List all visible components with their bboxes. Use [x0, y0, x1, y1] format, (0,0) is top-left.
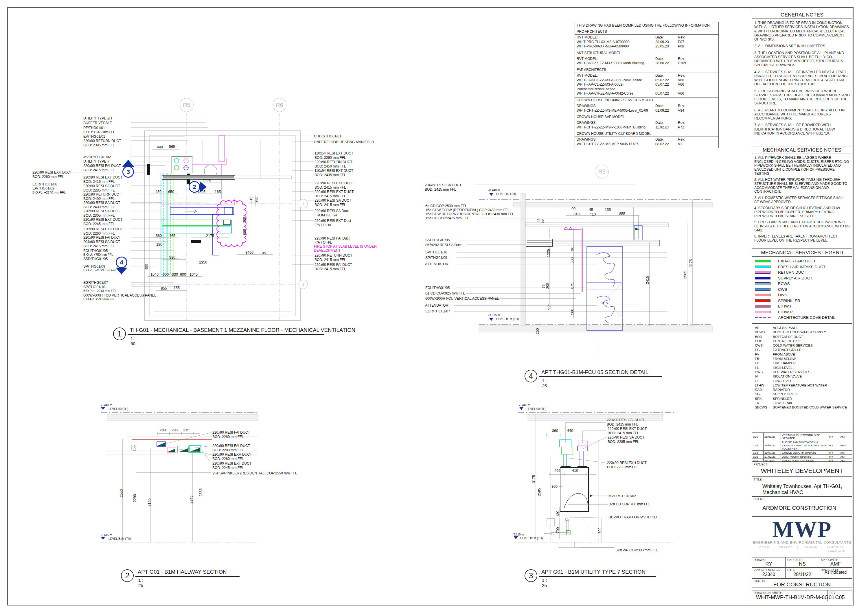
annotation-label: HEPVO TRAP FOR MVHR CD [608, 515, 657, 519]
annotation-label: 220x90 RESI EXH DUCT [83, 228, 123, 231]
level-marker-triangle [489, 193, 494, 196]
view-scale: 1 : 25 [138, 578, 143, 588]
dimension-text: 915 [602, 301, 608, 305]
dimension-text: 1350 [199, 260, 207, 264]
dimension-text: 130 [556, 511, 560, 517]
dimension-text: 605 [243, 229, 246, 235]
annotation-label: BOD: 2415 mm FFL [607, 423, 638, 426]
annotation-label: B.O.AP: +593 mm FFL [83, 298, 115, 301]
annotation-label: 220x90 RESI FAI DUCT [83, 236, 121, 240]
annotation-label: ATTENUATOR [425, 304, 448, 308]
level-text: LEVEL B1M (TH) [108, 537, 131, 541]
dimension-text: 315 [249, 197, 253, 203]
dimension-text: 3460 [245, 251, 253, 254]
annotation-label: 32ø CD COP:700 mm FFL [609, 503, 650, 506]
level-text: -3.615 m [488, 314, 500, 317]
annotation-label: 220x90 RESI SA DUCT [608, 436, 644, 440]
annotation-layer: 1TH-G01 - MECHANICAL - BASEMENT 1 MEZZAN… [0, 0, 868, 613]
level-text: LEVEL 00 (TH) [527, 408, 546, 411]
dimension-text: 2550 [119, 489, 123, 497]
annotation-label: SP/THG01/10 [425, 251, 447, 254]
dimension-text: 45 [589, 208, 593, 212]
annotation-label: 220x90 RESI EXH DUCT [607, 461, 647, 465]
annotation-label: B.O.U: +2372 mm FFL [83, 130, 115, 134]
annotation-label: EGR/THG01/07 [425, 310, 450, 313]
annotation-label: 220x90 RESI EXH DUCT [33, 171, 72, 175]
level-marker-triangle [519, 407, 524, 410]
annotation-label: B.O.PL: +2140 mm FFL [33, 191, 65, 194]
dimension-text: 165 [215, 190, 221, 193]
annotation-label: UTILITY TYPE 2H [83, 116, 112, 120]
annotation-label: FCU/THG01/05 [425, 286, 450, 290]
annotation-label: 220x90 RESI SA Duct [315, 209, 349, 213]
view-title-rule [128, 334, 324, 335]
dimension-text: 1040 [150, 272, 158, 276]
annotation-label: MVHR/THG01/02 [608, 494, 636, 498]
dimension-text: 560 [156, 234, 162, 237]
annotation-label: BOD: 2415 mm FFL [425, 188, 456, 192]
dimension-text: 2245 [189, 495, 193, 504]
annotation-label: BOD: 2415 mm FFL [315, 267, 346, 271]
level-text: LEVEL 00 (TH) [496, 193, 516, 196]
view-number-bubble: 1 [113, 327, 126, 340]
annotation-label: BOD: 2280 mm FFL [212, 448, 243, 452]
annotation-label: BOD: 2415 mm FFL [83, 245, 115, 248]
dimension-text: 360 [552, 485, 558, 488]
annotation-label: PF/THG01/01 [83, 126, 105, 130]
dimension-text: 2415 [645, 276, 649, 284]
annotation-label: BOD: 2400 mm FFL [83, 197, 115, 201]
annotation-label: SP/THG01/10 [83, 285, 105, 289]
annotation-label: SP/THG01/09 [83, 265, 105, 268]
dimension-text: 440 [567, 429, 573, 432]
level-text: LEVEL B1M (TH) [520, 537, 543, 540]
annotation-label: 600WX900H FCU VERTICAL ACCESS PANEL [425, 297, 499, 300]
dimension-text: 700 [598, 527, 601, 533]
annotation-label: BOD: 2415 mm FFL [608, 431, 639, 435]
dimension-text: 855 [619, 212, 625, 215]
annotation-label: 220x90 RETURN DUCT [83, 193, 121, 197]
annotation-label: BOD: 2260 mm FFL [83, 232, 115, 235]
annotation-label: 15ø CHW RETURN (RESIDENTIAL) COP:2430 mm… [425, 212, 514, 216]
dimension-text: 315 [183, 428, 189, 432]
annotation-label: 220x90 RESI EXT DUCT [608, 427, 647, 431]
dimension-text: 280 [160, 428, 166, 432]
annotation-label: 220x90 RESI FAI DUCT [212, 431, 250, 435]
annotation-label: UTILITY TYPE 7 [83, 160, 109, 163]
view-title-text: APT G01 - B1M UTILITY TYPE 7 SECTION [541, 569, 645, 575]
annotation-label: 6ø CD COP:2530 mm FFL [425, 204, 467, 208]
annotation-label: FROM H/L T/A [315, 214, 337, 217]
annotation-label: BOD: 2290 mm FFL [315, 156, 346, 160]
annotation-label: FCU/THG01/05 [83, 249, 108, 253]
annotation-label: 867x202 RESI SA Duct [425, 243, 462, 247]
annotation-label: FIRE STOP AT SLAB LEVEL IS UNDER [314, 245, 377, 249]
annotation-label: 220x90 RESI FAI DUCT [315, 263, 352, 267]
annotation-label: B.O.PL: +2029 mm FFL [83, 269, 116, 272]
annotation-label: 15ø CHW FLOW (RESIDENTIAL) COP:2430 mm F… [425, 208, 510, 212]
annotation-label: 220x90 RETURN DUCT [315, 254, 352, 257]
annotation-label: BOD: 2415 mm FFL [83, 180, 115, 184]
annotation-label: EP/THG01/02 [33, 187, 54, 190]
annotation-label: 15ø CD COP:2475 mm FFL [425, 217, 469, 220]
level-text: -0.440 m [488, 189, 500, 192]
dimension-text: 2585 [199, 488, 203, 497]
annotation-label: BOD: 2245 mm FFL [83, 222, 115, 226]
level-marker-triangle [489, 317, 494, 321]
annotation-label: SSD/THG01/05 [425, 238, 450, 242]
annotation-label: 220x90 RESI EXT DUCT [83, 176, 122, 180]
annotation-label: BOD: 2415 mm FFL [315, 186, 346, 189]
view-scale: 1 : 25 [542, 378, 547, 389]
view-title-rule [539, 376, 662, 377]
dimension-text: 2585 [537, 488, 541, 496]
dimension-text: 930 [169, 255, 175, 259]
annotation-label: BOD: 2305 mm FFL [83, 214, 115, 218]
dimension-text: 500 [570, 309, 574, 315]
section-marker-number: 2 [189, 181, 200, 193]
dimension-text: 330 [172, 272, 178, 276]
annotation-label: ATTENUATOR [425, 262, 448, 266]
dimension-text: 455 [145, 263, 149, 269]
dimension-text: 430 [155, 190, 161, 193]
section-marker-arrow [116, 268, 127, 274]
annotation-label: 220x90 RESI EXT DUCT [315, 190, 353, 194]
dimension-text: 75 [542, 284, 546, 288]
annotation-label: F/A TO H/L [315, 223, 332, 227]
